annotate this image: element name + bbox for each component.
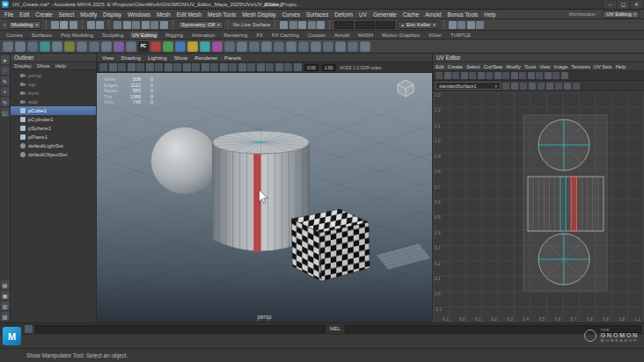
uv-menu-item[interactable]: Textures	[571, 64, 590, 69]
tool-icon[interactable]: ↻	[1, 98, 10, 106]
uv-toolbar-icon[interactable]	[519, 72, 526, 79]
undo-redo-icon[interactable]	[87, 21, 95, 29]
outliner-item[interactable]: front	[11, 89, 96, 98]
shelf-icon[interactable]	[15, 41, 26, 52]
command-input-field[interactable]	[35, 325, 326, 333]
uv-texture-selector[interactable]: standardSurface1	[435, 82, 501, 90]
shelf-icon[interactable]	[101, 41, 112, 52]
shelf-icon[interactable]	[360, 41, 370, 52]
menu-item[interactable]: Mesh Display	[242, 11, 275, 18]
menu-item[interactable]: Arnold	[425, 11, 441, 18]
viewport-toolbar-icon[interactable]	[210, 63, 218, 71]
file-icon[interactable]	[70, 21, 77, 29]
shelf-icon[interactable]	[286, 41, 296, 52]
menu-item[interactable]: Deform	[334, 11, 353, 18]
uv-menu-item[interactable]: Create	[448, 64, 463, 69]
colorspace-label[interactable]: ACES 1.0 SDR-video	[340, 65, 382, 70]
uv-menu-item[interactable]: Edit	[435, 64, 444, 69]
outliner-menu-item[interactable]: Show	[37, 63, 50, 69]
menuset-grip-icon[interactable]: ≡	[3, 22, 5, 28]
shelf-icon[interactable]	[150, 41, 161, 52]
shelf-tab[interactable]: TURTLE	[449, 32, 472, 39]
shelf-icon[interactable]	[113, 41, 124, 52]
shelf-tab[interactable]: Custom	[306, 32, 327, 39]
gamma-field[interactable]: 1.00	[322, 64, 336, 71]
uv-toolbar-icon[interactable]	[502, 72, 509, 79]
menu-item[interactable]: Bonus Tools	[448, 11, 479, 18]
viewport-toolbar-icon[interactable]	[136, 63, 144, 71]
uv-toolbar-icon[interactable]	[529, 83, 536, 90]
uv-toolbar-icon[interactable]	[435, 72, 443, 79]
uv-toolbar-icon[interactable]	[452, 72, 459, 79]
viewport-toolbar-icon[interactable]	[266, 63, 274, 71]
shelf-icon[interactable]	[163, 41, 173, 52]
shelf-icon[interactable]	[52, 41, 62, 52]
layout-shortcut-icon[interactable]: ▦	[1, 291, 10, 300]
menu-item[interactable]: Windows	[128, 11, 150, 18]
sidebar-toggle-icon[interactable]	[449, 21, 457, 29]
live-surface-label[interactable]: No Live Surface	[233, 22, 271, 27]
shelf-icon[interactable]: PC	[138, 41, 149, 52]
viewport-toolbar-icon[interactable]	[109, 63, 117, 71]
shelf-tab[interactable]: UV Editing	[130, 32, 158, 39]
shelf-icon[interactable]	[348, 41, 358, 52]
viewport-toolbar-icon[interactable]	[192, 63, 200, 71]
user-menu[interactable]: ▴Eric Keller	[398, 21, 438, 29]
viewport-menu-item[interactable]: Panels	[224, 54, 241, 61]
viewport-3d-canvas[interactable]	[97, 73, 432, 322]
menu-item[interactable]: Select	[59, 11, 75, 18]
shelf-icon[interactable]	[249, 41, 260, 52]
history-icon[interactable]	[317, 21, 325, 29]
shelf-icon[interactable]	[261, 41, 272, 52]
uv-toolbar-icon[interactable]	[555, 83, 562, 90]
viewport-toolbar-icon[interactable]	[275, 63, 283, 71]
cube-object[interactable]	[291, 209, 370, 281]
uv-toolbar-icon[interactable]	[561, 72, 568, 79]
outliner-item[interactable]: side	[11, 98, 96, 106]
sidebar-toggle-icon[interactable]	[457, 21, 465, 29]
uv-menu-item[interactable]: View	[539, 64, 550, 69]
tool-icon[interactable]: ◱	[1, 108, 10, 117]
selection-field[interactable]	[376, 21, 395, 29]
shelf-tab[interactable]: Poly Modeling	[59, 32, 95, 39]
uv-menu-item[interactable]: Modify	[506, 64, 521, 69]
outliner-item[interactable]: defaultLightSet	[11, 141, 96, 150]
shelf-icon[interactable]	[323, 41, 333, 52]
viewport-toolbar-icon[interactable]	[99, 63, 107, 71]
shelf-icon[interactable]	[311, 41, 321, 52]
uv-toolbar-icon[interactable]	[538, 83, 545, 90]
layout-shortcut-icon[interactable]: ▧	[1, 312, 10, 321]
history-icon[interactable]	[280, 21, 288, 29]
menuset-selector[interactable]: Modeling	[8, 21, 41, 29]
outliner-item[interactable]: pCube1	[11, 106, 96, 115]
outliner-item[interactable]: persp	[11, 71, 96, 80]
close-button[interactable]: ✕	[631, 1, 642, 9]
shelf-tab[interactable]: Rigging	[164, 32, 185, 39]
menu-item[interactable]: UV	[359, 11, 367, 18]
uv-toolbar-icon[interactable]	[494, 72, 501, 79]
shelf-icon[interactable]	[212, 41, 223, 52]
menu-item[interactable]: Cache	[403, 11, 419, 18]
outliner-item[interactable]: defaultObjectSet	[11, 150, 96, 159]
viewport-toolbar-icon[interactable]	[173, 63, 181, 71]
symmetry-selector[interactable]: Symmetry: Off	[178, 21, 223, 29]
command-language-label[interactable]: MEL	[328, 326, 342, 331]
snap-icon[interactable]	[132, 21, 140, 29]
outliner-item[interactable]: pSphere1	[11, 124, 96, 133]
menu-item[interactable]: Edit Mesh	[177, 11, 201, 18]
shelf-icon[interactable]	[175, 41, 186, 52]
uv-toolbar-icon[interactable]	[528, 72, 535, 79]
uv-menu-item[interactable]: Cut/Sew	[484, 64, 503, 69]
tool-icon[interactable]: ➤	[1, 55, 10, 64]
shelf-tab[interactable]: Motion Graphics	[380, 32, 421, 39]
menu-item[interactable]: Modify	[80, 11, 97, 18]
viewport-toolbar-icon[interactable]	[238, 63, 246, 71]
script-editor-icon[interactable]	[25, 325, 33, 333]
menu-item[interactable]: Help	[484, 11, 495, 18]
viewport-toolbar-icon[interactable]	[183, 63, 191, 71]
viewport-menu-item[interactable]: Lighting	[148, 54, 167, 61]
shelf-tab[interactable]: Sculpting	[100, 32, 125, 39]
outliner-item[interactable]: pCylinder1	[11, 115, 96, 124]
uv-toolbar-icon[interactable]	[461, 72, 468, 79]
uv-toolbar-icon[interactable]	[511, 83, 518, 90]
